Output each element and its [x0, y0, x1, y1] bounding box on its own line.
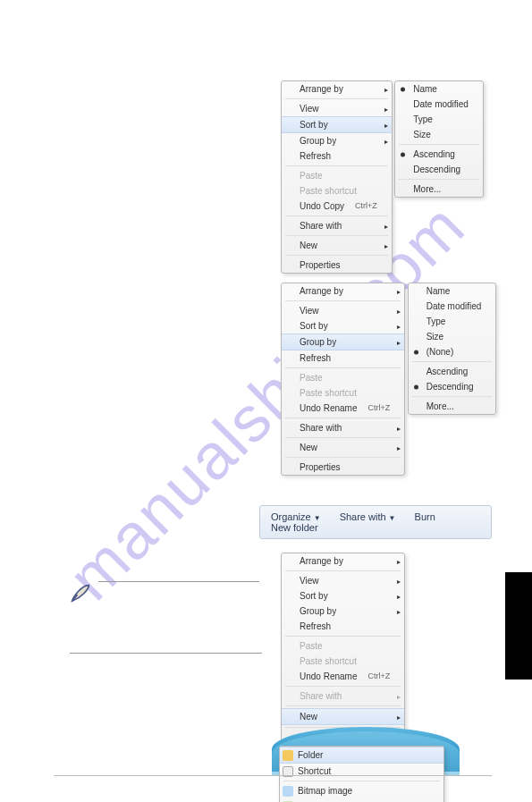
context-menu-main-2[interactable]: Arrange by▸ View▸ Sort by▸ Group by▸ Ref…	[281, 283, 405, 476]
sub-ascending[interactable]: Ascending	[409, 364, 496, 379]
feather-icon	[68, 581, 93, 606]
menu-item-pasteshortcut: Paste shortcut	[282, 385, 404, 401]
menu-item-sortby[interactable]: Sort by▸	[282, 318, 404, 333]
submenu-groupby[interactable]: Name Date modified Type Size (None) Asce…	[408, 283, 497, 415]
sub-more[interactable]: More...	[395, 182, 483, 197]
menu-item-paste: Paste	[282, 638, 404, 654]
menu-item-undorename[interactable]: Undo RenameCtrl+Z	[282, 401, 404, 416]
horizontal-rule	[98, 581, 259, 582]
menu-item-undocopy[interactable]: Undo CopyCtrl+Z	[282, 198, 392, 214]
menu-item-new[interactable]: New▸	[282, 708, 404, 725]
context-menu-main-1[interactable]: Arrange by▸ View▸ Sort by▸ Group by▸ Ref…	[281, 80, 393, 274]
sub-none[interactable]: (None)	[409, 344, 496, 359]
sub-contact[interactable]: Contact	[280, 798, 443, 802]
menu-item-paste: Paste	[282, 370, 404, 385]
context-menu-main-3[interactable]: Arrange by▸ View▸ Sort by▸ Group by▸ Ref…	[281, 553, 405, 746]
menu-item-new[interactable]: New▸	[282, 440, 404, 455]
toolbar-newfolder[interactable]: New folder	[271, 522, 318, 533]
sub-bitmap[interactable]: Bitmap image	[280, 783, 443, 798]
context-menu-sortby-group: Arrange by▸ View▸ Sort by▸ Group by▸ Ref…	[281, 80, 484, 274]
sub-descending[interactable]: Descending	[409, 379, 496, 394]
menu-item-properties[interactable]: Properties	[282, 460, 404, 475]
menu-item-arrangeby[interactable]: Arrange by▸	[282, 81, 392, 97]
menu-item-refresh[interactable]: Refresh	[282, 148, 392, 164]
sub-name[interactable]: Name	[409, 283, 496, 299]
page-footer-rule	[54, 775, 492, 776]
sub-type[interactable]: Type	[395, 112, 483, 127]
menu-item-refresh[interactable]: Refresh	[282, 619, 404, 634]
menu-item-sharewith[interactable]: Share with▸	[282, 218, 392, 233]
menu-item-groupby[interactable]: Group by▸	[282, 604, 404, 619]
menu-item-sharewith[interactable]: Share with▸	[282, 688, 404, 704]
menu-item-sortby[interactable]: Sort by▸	[282, 588, 404, 604]
sub-shortcut[interactable]: Shortcut	[280, 764, 443, 779]
toolbar-sharewith[interactable]: Share with▼	[340, 511, 396, 522]
menu-item-new[interactable]: New▸	[282, 238, 392, 253]
menu-item-view[interactable]: View▸	[282, 573, 404, 588]
menu-item-groupby[interactable]: Group by▸	[282, 133, 392, 148]
sub-size[interactable]: Size	[395, 127, 483, 142]
context-menu-groupby-group: Arrange by▸ View▸ Sort by▸ Group by▸ Ref…	[281, 283, 496, 476]
menu-item-view[interactable]: View▸	[282, 303, 404, 318]
menu-item-undorename[interactable]: Undo RenameCtrl+Z	[282, 669, 404, 684]
menu-item-arrangeby[interactable]: Arrange by▸	[282, 553, 404, 569]
menu-item-pasteshortcut: Paste shortcut	[282, 654, 404, 669]
horizontal-rule	[70, 653, 262, 654]
submenu-sortby[interactable]: Name Date modified Type Size Ascending D…	[394, 80, 484, 198]
folder-icon	[283, 750, 293, 761]
menu-item-properties[interactable]: Properties	[282, 257, 392, 273]
menu-item-sortby[interactable]: Sort by▸	[282, 116, 392, 133]
toolbar-burn[interactable]: Burn	[415, 511, 435, 522]
submenu-new[interactable]: Folder Shortcut Bitmap image Contact Mic…	[279, 746, 444, 802]
sub-datemodified[interactable]: Date modified	[409, 299, 496, 314]
sub-datemodified[interactable]: Date modified	[395, 97, 483, 112]
section-tab	[505, 572, 532, 680]
menu-item-sharewith[interactable]: Share with▸	[282, 420, 404, 435]
menu-item-paste: Paste	[282, 168, 392, 183]
menu-item-groupby[interactable]: Group by▸	[282, 333, 404, 350]
bitmap-icon	[283, 786, 293, 797]
menu-item-refresh[interactable]: Refresh	[282, 350, 404, 366]
sub-folder[interactable]: Folder	[280, 747, 443, 764]
sub-name[interactable]: Name	[395, 81, 483, 97]
menu-item-pasteshortcut: Paste shortcut	[282, 183, 392, 198]
sub-descending[interactable]: Descending	[395, 162, 483, 177]
menu-item-view[interactable]: View▸	[282, 101, 392, 116]
sub-ascending[interactable]: Ascending	[395, 147, 483, 162]
sub-type[interactable]: Type	[409, 314, 496, 329]
sub-size[interactable]: Size	[409, 329, 496, 344]
context-menu-new-group: Arrange by▸ View▸ Sort by▸ Group by▸ Ref…	[281, 553, 532, 802]
sub-more[interactable]: More...	[409, 399, 496, 414]
explorer-toolbar: Organize▼ Share with▼ Burn New folder	[259, 505, 492, 539]
toolbar-organize[interactable]: Organize▼	[271, 511, 321, 522]
menu-item-arrangeby[interactable]: Arrange by▸	[282, 283, 404, 299]
